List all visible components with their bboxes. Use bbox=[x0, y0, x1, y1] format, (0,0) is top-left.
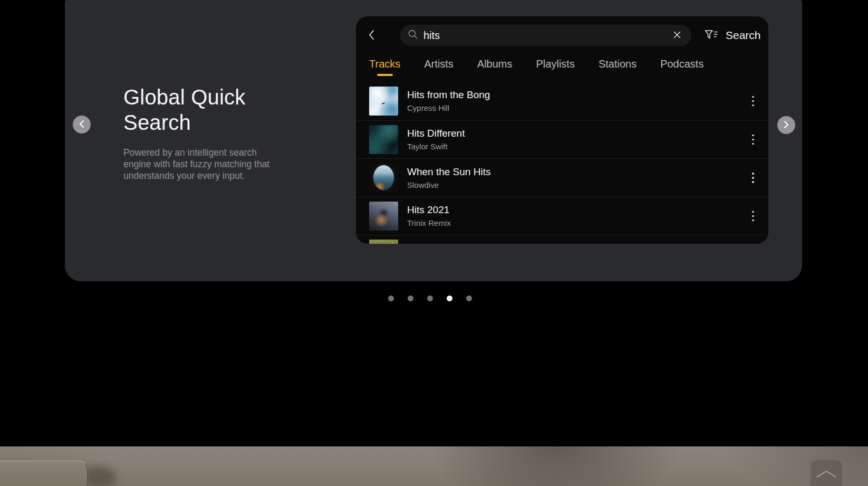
track-title: When the Sun Hits bbox=[407, 166, 745, 178]
carousel-dot-4[interactable] bbox=[447, 296, 452, 301]
tab-label: Podcasts bbox=[660, 58, 703, 70]
carousel-dot-2[interactable] bbox=[408, 296, 413, 301]
tab-playlists[interactable]: Playlists bbox=[536, 58, 575, 76]
track-title: Hits Different bbox=[407, 127, 745, 140]
slide-intro: Global Quick Search Powered by an intell… bbox=[123, 84, 292, 182]
track-row[interactable]: Shit Hits The Fan bbox=[356, 235, 768, 244]
clear-search-button[interactable] bbox=[670, 28, 684, 42]
track-text: Hits 2021Trinix Remix bbox=[407, 204, 745, 228]
scroll-top-button[interactable] bbox=[811, 460, 842, 486]
chevron-up-icon bbox=[815, 470, 838, 480]
track-text: When the Sun HitsSlowdive bbox=[407, 166, 745, 190]
active-tab-underline bbox=[547, 74, 563, 76]
carousel-dots bbox=[388, 296, 472, 301]
carousel-dot-5[interactable] bbox=[466, 296, 472, 301]
active-tab-underline bbox=[377, 74, 393, 76]
track-options-kebab-icon[interactable] bbox=[745, 90, 761, 111]
page-description: Powered by an intelligent search engine … bbox=[123, 147, 282, 182]
track-text: Hits DifferentTaylor Swift bbox=[407, 127, 745, 151]
active-tab-underline bbox=[674, 74, 690, 76]
tab-albums[interactable]: Albums bbox=[477, 58, 513, 76]
filter-funnel-icon bbox=[704, 28, 718, 43]
tab-label: Artists bbox=[424, 58, 454, 70]
track-options-kebab-icon[interactable] bbox=[745, 167, 761, 188]
background-photo bbox=[0, 446, 868, 486]
track-title: Hits 2021 bbox=[407, 204, 745, 216]
track-row[interactable]: When the Sun HitsSlowdive bbox=[356, 158, 768, 197]
carousel-prev-button[interactable] bbox=[73, 116, 91, 134]
filter-button[interactable] bbox=[704, 28, 718, 43]
tab-stations[interactable]: Stations bbox=[599, 58, 636, 76]
onboarding-card: Global Quick Search Powered by an intell… bbox=[65, 0, 802, 281]
clear-x-icon bbox=[672, 30, 682, 41]
album-art bbox=[369, 125, 398, 154]
tab-label: Playlists bbox=[536, 58, 575, 70]
search-panel: Search TracksArtistsAlbumsPlaylistsStati… bbox=[356, 16, 768, 244]
track-artist: Cypress Hill bbox=[407, 103, 745, 113]
search-action-label[interactable]: Search bbox=[726, 29, 761, 42]
track-row[interactable]: Hits from the BongCypress Hill bbox=[356, 82, 768, 120]
carousel-dot-3[interactable] bbox=[427, 296, 433, 301]
album-art bbox=[369, 163, 398, 192]
active-tab-underline bbox=[487, 74, 503, 76]
track-options-kebab-icon[interactable] bbox=[745, 129, 761, 150]
active-tab-underline bbox=[431, 74, 447, 76]
track-artist: Slowdive bbox=[407, 180, 745, 190]
carousel-dot-1[interactable] bbox=[388, 296, 394, 301]
search-tabs: TracksArtistsAlbumsPlaylistsStationsPodc… bbox=[369, 58, 703, 76]
tab-podcasts[interactable]: Podcasts bbox=[660, 58, 703, 76]
track-results-list: Hits from the BongCypress HillHits Diffe… bbox=[356, 82, 768, 244]
page-title: Global Quick Search bbox=[123, 84, 292, 135]
tab-artists[interactable]: Artists bbox=[424, 58, 454, 76]
active-tab-underline bbox=[610, 74, 625, 76]
track-title: Hits from the Bong bbox=[407, 89, 745, 101]
chevron-left-icon bbox=[79, 120, 85, 130]
back-button[interactable] bbox=[364, 27, 378, 43]
track-row[interactable]: Hits 2021Trinix Remix bbox=[356, 197, 768, 235]
tab-label: Tracks bbox=[369, 58, 400, 70]
track-options-kebab-icon[interactable] bbox=[745, 205, 761, 226]
search-header: Search bbox=[356, 25, 768, 46]
album-art bbox=[369, 202, 398, 231]
search-box bbox=[400, 25, 691, 46]
search-input[interactable] bbox=[423, 30, 670, 42]
back-chevron-icon bbox=[368, 29, 375, 42]
tab-label: Stations bbox=[599, 58, 636, 70]
track-row[interactable]: Hits DifferentTaylor Swift bbox=[356, 120, 768, 159]
tab-label: Albums bbox=[477, 58, 513, 70]
album-art bbox=[369, 87, 398, 116]
album-art bbox=[369, 240, 398, 244]
chevron-right-icon bbox=[783, 120, 789, 130]
carousel-next-button[interactable] bbox=[777, 116, 795, 134]
track-artist: Taylor Swift bbox=[407, 141, 745, 151]
tab-tracks[interactable]: Tracks bbox=[369, 58, 400, 76]
track-artist: Trinix Remix bbox=[407, 218, 745, 228]
photo-object-shadow bbox=[83, 466, 116, 486]
search-icon bbox=[408, 29, 418, 42]
photo-desk-object bbox=[0, 461, 88, 486]
track-text: Hits from the BongCypress Hill bbox=[407, 89, 745, 113]
